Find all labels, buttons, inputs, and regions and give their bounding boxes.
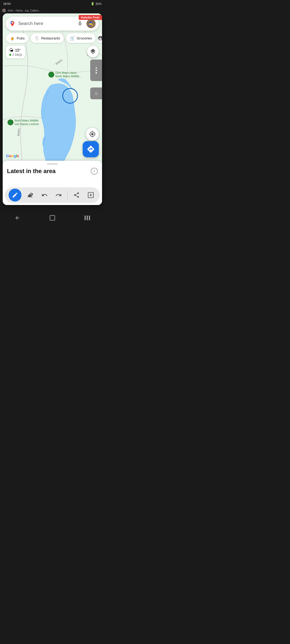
notif-bar: 📍 Joint - Home...ing, Cattery... <box>0 8 105 13</box>
undo-icon <box>41 192 48 198</box>
hafod-badge: Hafodtv Pods <box>79 15 102 20</box>
layers-button[interactable] <box>87 46 99 57</box>
restaurants-icon: 🍴 <box>34 36 40 41</box>
status-time: 18:54 <box>3 2 11 5</box>
bottom-sheet: Latest in the area i <box>3 161 102 205</box>
daqi-value: 2 DAQI <box>12 53 22 56</box>
google-o1: o <box>9 153 11 158</box>
google-o2: o <box>11 153 14 158</box>
weather-temp-row: 🌤 15° <box>9 48 22 53</box>
toolbar-divider <box>67 191 68 199</box>
google-e: e <box>17 153 19 158</box>
maps-logo-icon <box>9 20 16 27</box>
restaurants-chip[interactable]: 🍴 Restaurants <box>31 33 64 43</box>
sheet-handle <box>47 163 58 164</box>
pubs-chip[interactable]: 🍺 Pubs <box>6 33 28 43</box>
google-g2: g <box>14 153 16 158</box>
location-icon <box>89 131 96 138</box>
recents-nav-icon <box>85 215 90 220</box>
pencil-button[interactable] <box>9 189 21 202</box>
eraser-button[interactable] <box>25 190 36 200</box>
sheet-title-row: Latest in the area i <box>3 168 102 175</box>
redo-icon <box>55 192 62 198</box>
svg-point-6 <box>12 22 13 24</box>
music-icon: ♫ <box>95 91 98 96</box>
groceries-label: Groceries <box>77 36 92 40</box>
groceries-icon: 🛒 <box>70 36 75 41</box>
music-button[interactable]: ♫ <box>90 87 102 99</box>
undo-button[interactable] <box>39 190 50 200</box>
groceries-chip[interactable]: 🛒 Groceries <box>66 33 96 43</box>
location-button[interactable] <box>86 128 99 141</box>
bottom-navigation <box>0 211 105 224</box>
directions-icon <box>86 145 95 153</box>
share-icon <box>73 192 80 198</box>
more-dot-1 <box>96 67 97 69</box>
temperature: 15° <box>15 48 21 52</box>
pubs-icon: 🍺 <box>10 36 15 41</box>
wildlife-label-2: North Wales Wildliferust Osprey Lookout <box>15 119 39 126</box>
google-g: G <box>6 153 9 158</box>
wildlife-pin-1: 🌲 <box>48 72 54 78</box>
battery-icon: 🔋 <box>91 2 95 6</box>
status-right: 🔋 31% <box>91 2 102 6</box>
daqi-indicator <box>9 54 11 56</box>
sheet-title: Latest in the area <box>7 168 56 175</box>
download-icon <box>87 192 94 199</box>
pencil-icon <box>12 192 18 198</box>
notif-icon: 📍 <box>2 9 6 12</box>
home-nav-button[interactable] <box>44 213 60 223</box>
weather-widget[interactable]: 🌤 15° 2 DAQI <box>6 46 25 58</box>
info-button[interactable]: i <box>91 168 98 175</box>
google-logo: Google <box>6 153 19 158</box>
wildlife-marker-2[interactable]: 🌲 North Wales Wildliferust Osprey Lookou… <box>8 119 39 126</box>
weather-daqi-row: 2 DAQI <box>9 53 22 56</box>
weather-icon: 🌤 <box>9 48 13 53</box>
more-dot-2 <box>96 70 97 71</box>
status-bar: 18:54 🔋 31% <box>0 0 105 8</box>
drawing-toolbar <box>5 187 100 203</box>
hafod-area: Hafodtv Pods 📍 <box>79 15 102 20</box>
restaurants-label: Restaurants <box>41 36 60 40</box>
notif-text: Joint - Home...ing, Cattery... <box>8 9 41 12</box>
back-nav-icon <box>15 215 20 221</box>
pubs-label: Pubs <box>17 36 25 40</box>
wildlife-marker-1[interactable]: 🌲 Gors Maen Llwyd,North Wales Wildlife..… <box>48 71 82 78</box>
category-chips: 🍺 Pubs 🍴 Restaurants 🛒 Groceries <box>6 33 99 43</box>
user-avatar[interactable]: 🧙 <box>86 19 96 28</box>
wildlife-label-1: Gors Maen Llwyd,North Wales Wildlife... <box>55 71 82 78</box>
more-options-button[interactable] <box>90 60 102 81</box>
share-button[interactable] <box>71 190 82 200</box>
download-button[interactable] <box>85 190 96 200</box>
search-placeholder: Search here <box>18 21 74 26</box>
more-chips-button[interactable] <box>98 33 102 43</box>
recents-nav-button[interactable] <box>79 213 95 223</box>
voice-search-button[interactable] <box>76 20 84 27</box>
maps-window: B4501 B4501 B4501 B4501 Llyn Brenig Hafo… <box>3 13 102 205</box>
battery-level: 31% <box>96 2 102 5</box>
redo-button[interactable] <box>53 190 64 200</box>
home-nav-icon <box>50 215 55 221</box>
back-nav-button[interactable] <box>9 213 26 223</box>
layers-icon <box>90 48 96 55</box>
more-dot-3 <box>96 72 97 74</box>
directions-button[interactable] <box>83 141 99 157</box>
eraser-icon <box>27 192 34 198</box>
wildlife-pin-2: 🌲 <box>8 119 13 125</box>
